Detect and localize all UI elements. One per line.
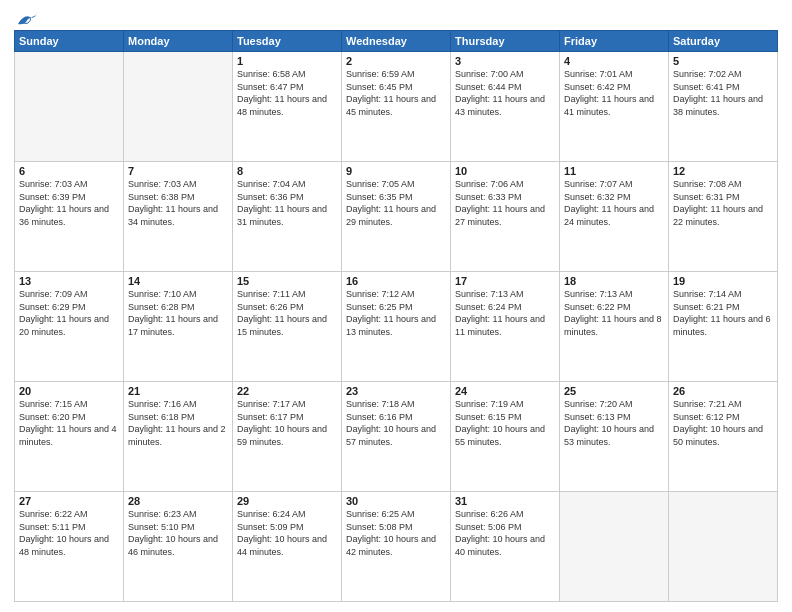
day-info: Sunrise: 6:24 AM Sunset: 5:09 PM Dayligh…	[237, 508, 337, 558]
day-number: 31	[455, 495, 555, 507]
weekday-header-row: SundayMondayTuesdayWednesdayThursdayFrid…	[15, 31, 778, 52]
calendar-week-row: 6Sunrise: 7:03 AM Sunset: 6:39 PM Daylig…	[15, 162, 778, 272]
day-number: 24	[455, 385, 555, 397]
calendar-cell: 7Sunrise: 7:03 AM Sunset: 6:38 PM Daylig…	[124, 162, 233, 272]
day-info: Sunrise: 7:01 AM Sunset: 6:42 PM Dayligh…	[564, 68, 664, 118]
weekday-header-sunday: Sunday	[15, 31, 124, 52]
day-number: 9	[346, 165, 446, 177]
day-info: Sunrise: 7:14 AM Sunset: 6:21 PM Dayligh…	[673, 288, 773, 338]
day-info: Sunrise: 7:18 AM Sunset: 6:16 PM Dayligh…	[346, 398, 446, 448]
day-info: Sunrise: 7:17 AM Sunset: 6:17 PM Dayligh…	[237, 398, 337, 448]
day-number: 28	[128, 495, 228, 507]
day-number: 17	[455, 275, 555, 287]
calendar-cell: 21Sunrise: 7:16 AM Sunset: 6:18 PM Dayli…	[124, 382, 233, 492]
day-number: 30	[346, 495, 446, 507]
day-number: 2	[346, 55, 446, 67]
day-number: 23	[346, 385, 446, 397]
calendar-cell: 9Sunrise: 7:05 AM Sunset: 6:35 PM Daylig…	[342, 162, 451, 272]
weekday-header-thursday: Thursday	[451, 31, 560, 52]
weekday-header-wednesday: Wednesday	[342, 31, 451, 52]
day-number: 27	[19, 495, 119, 507]
day-number: 10	[455, 165, 555, 177]
day-info: Sunrise: 7:06 AM Sunset: 6:33 PM Dayligh…	[455, 178, 555, 228]
calendar-cell: 19Sunrise: 7:14 AM Sunset: 6:21 PM Dayli…	[669, 272, 778, 382]
calendar-table: SundayMondayTuesdayWednesdayThursdayFrid…	[14, 30, 778, 602]
day-number: 25	[564, 385, 664, 397]
weekday-header-friday: Friday	[560, 31, 669, 52]
day-info: Sunrise: 7:21 AM Sunset: 6:12 PM Dayligh…	[673, 398, 773, 448]
calendar-cell: 25Sunrise: 7:20 AM Sunset: 6:13 PM Dayli…	[560, 382, 669, 492]
day-info: Sunrise: 6:23 AM Sunset: 5:10 PM Dayligh…	[128, 508, 228, 558]
day-info: Sunrise: 7:09 AM Sunset: 6:29 PM Dayligh…	[19, 288, 119, 338]
calendar-cell	[669, 492, 778, 602]
day-number: 11	[564, 165, 664, 177]
calendar-cell: 29Sunrise: 6:24 AM Sunset: 5:09 PM Dayli…	[233, 492, 342, 602]
day-info: Sunrise: 7:15 AM Sunset: 6:20 PM Dayligh…	[19, 398, 119, 448]
day-number: 4	[564, 55, 664, 67]
calendar-cell: 8Sunrise: 7:04 AM Sunset: 6:36 PM Daylig…	[233, 162, 342, 272]
day-info: Sunrise: 6:59 AM Sunset: 6:45 PM Dayligh…	[346, 68, 446, 118]
day-info: Sunrise: 6:58 AM Sunset: 6:47 PM Dayligh…	[237, 68, 337, 118]
calendar-cell: 23Sunrise: 7:18 AM Sunset: 6:16 PM Dayli…	[342, 382, 451, 492]
page: SundayMondayTuesdayWednesdayThursdayFrid…	[0, 0, 792, 612]
day-info: Sunrise: 6:26 AM Sunset: 5:06 PM Dayligh…	[455, 508, 555, 558]
day-info: Sunrise: 7:12 AM Sunset: 6:25 PM Dayligh…	[346, 288, 446, 338]
calendar-cell	[15, 52, 124, 162]
calendar-cell: 24Sunrise: 7:19 AM Sunset: 6:15 PM Dayli…	[451, 382, 560, 492]
calendar-cell: 16Sunrise: 7:12 AM Sunset: 6:25 PM Dayli…	[342, 272, 451, 382]
day-number: 19	[673, 275, 773, 287]
calendar-cell: 2Sunrise: 6:59 AM Sunset: 6:45 PM Daylig…	[342, 52, 451, 162]
calendar-cell: 28Sunrise: 6:23 AM Sunset: 5:10 PM Dayli…	[124, 492, 233, 602]
calendar-week-row: 27Sunrise: 6:22 AM Sunset: 5:11 PM Dayli…	[15, 492, 778, 602]
day-number: 22	[237, 385, 337, 397]
logo	[14, 10, 38, 24]
day-number: 16	[346, 275, 446, 287]
calendar-cell: 20Sunrise: 7:15 AM Sunset: 6:20 PM Dayli…	[15, 382, 124, 492]
day-number: 14	[128, 275, 228, 287]
day-info: Sunrise: 7:02 AM Sunset: 6:41 PM Dayligh…	[673, 68, 773, 118]
calendar-cell: 17Sunrise: 7:13 AM Sunset: 6:24 PM Dayli…	[451, 272, 560, 382]
day-info: Sunrise: 7:05 AM Sunset: 6:35 PM Dayligh…	[346, 178, 446, 228]
calendar-cell: 5Sunrise: 7:02 AM Sunset: 6:41 PM Daylig…	[669, 52, 778, 162]
weekday-header-monday: Monday	[124, 31, 233, 52]
calendar-cell: 31Sunrise: 6:26 AM Sunset: 5:06 PM Dayli…	[451, 492, 560, 602]
calendar-cell: 27Sunrise: 6:22 AM Sunset: 5:11 PM Dayli…	[15, 492, 124, 602]
weekday-header-tuesday: Tuesday	[233, 31, 342, 52]
day-info: Sunrise: 7:16 AM Sunset: 6:18 PM Dayligh…	[128, 398, 228, 448]
day-info: Sunrise: 7:03 AM Sunset: 6:39 PM Dayligh…	[19, 178, 119, 228]
day-info: Sunrise: 7:13 AM Sunset: 6:24 PM Dayligh…	[455, 288, 555, 338]
day-info: Sunrise: 7:03 AM Sunset: 6:38 PM Dayligh…	[128, 178, 228, 228]
day-number: 26	[673, 385, 773, 397]
calendar-cell: 18Sunrise: 7:13 AM Sunset: 6:22 PM Dayli…	[560, 272, 669, 382]
calendar-cell	[560, 492, 669, 602]
day-number: 18	[564, 275, 664, 287]
logo-bird-icon	[16, 10, 38, 28]
day-info: Sunrise: 6:22 AM Sunset: 5:11 PM Dayligh…	[19, 508, 119, 558]
day-number: 3	[455, 55, 555, 67]
weekday-header-saturday: Saturday	[669, 31, 778, 52]
day-number: 12	[673, 165, 773, 177]
header	[14, 10, 778, 24]
day-info: Sunrise: 7:20 AM Sunset: 6:13 PM Dayligh…	[564, 398, 664, 448]
calendar-cell: 1Sunrise: 6:58 AM Sunset: 6:47 PM Daylig…	[233, 52, 342, 162]
calendar-cell: 14Sunrise: 7:10 AM Sunset: 6:28 PM Dayli…	[124, 272, 233, 382]
day-info: Sunrise: 7:07 AM Sunset: 6:32 PM Dayligh…	[564, 178, 664, 228]
calendar-cell: 12Sunrise: 7:08 AM Sunset: 6:31 PM Dayli…	[669, 162, 778, 272]
day-info: Sunrise: 7:00 AM Sunset: 6:44 PM Dayligh…	[455, 68, 555, 118]
day-number: 5	[673, 55, 773, 67]
day-info: Sunrise: 7:04 AM Sunset: 6:36 PM Dayligh…	[237, 178, 337, 228]
day-info: Sunrise: 7:08 AM Sunset: 6:31 PM Dayligh…	[673, 178, 773, 228]
day-number: 20	[19, 385, 119, 397]
calendar-cell: 3Sunrise: 7:00 AM Sunset: 6:44 PM Daylig…	[451, 52, 560, 162]
calendar-cell: 10Sunrise: 7:06 AM Sunset: 6:33 PM Dayli…	[451, 162, 560, 272]
calendar-cell: 11Sunrise: 7:07 AM Sunset: 6:32 PM Dayli…	[560, 162, 669, 272]
day-number: 8	[237, 165, 337, 177]
calendar-cell: 6Sunrise: 7:03 AM Sunset: 6:39 PM Daylig…	[15, 162, 124, 272]
day-info: Sunrise: 7:13 AM Sunset: 6:22 PM Dayligh…	[564, 288, 664, 338]
day-number: 13	[19, 275, 119, 287]
calendar-cell: 13Sunrise: 7:09 AM Sunset: 6:29 PM Dayli…	[15, 272, 124, 382]
calendar-cell: 15Sunrise: 7:11 AM Sunset: 6:26 PM Dayli…	[233, 272, 342, 382]
calendar-cell	[124, 52, 233, 162]
day-number: 6	[19, 165, 119, 177]
day-number: 15	[237, 275, 337, 287]
